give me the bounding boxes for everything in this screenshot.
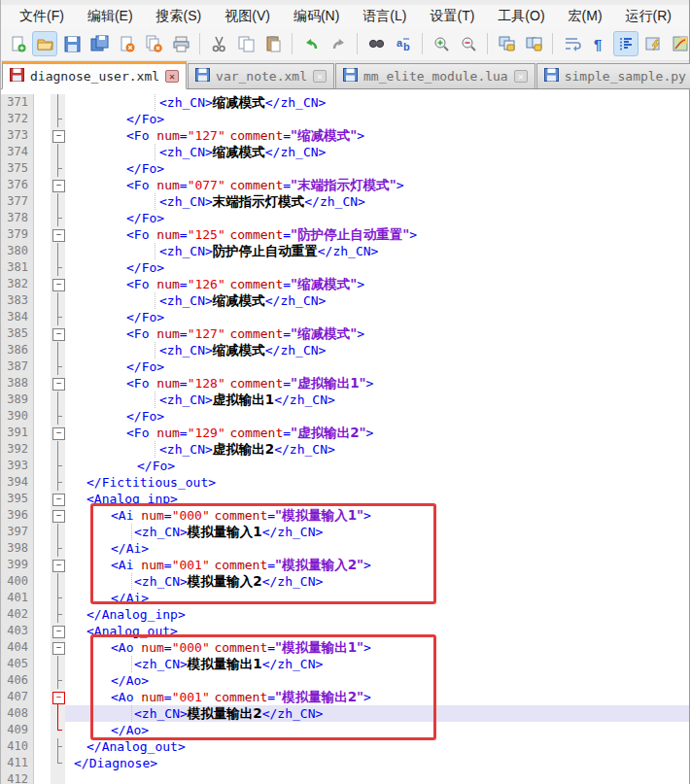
bookmark-margin[interactable] [34, 210, 51, 226]
code-line-394[interactable]: 394</Fictitious_out> [1, 474, 689, 491]
fold-collapse-icon[interactable] [51, 375, 65, 392]
bookmark-margin[interactable] [34, 474, 51, 491]
code-line-410[interactable]: 410</Analog_out> [1, 738, 689, 755]
new-file-icon[interactable] [5, 31, 30, 56]
bookmark-margin[interactable] [34, 656, 51, 672]
bookmark-margin[interactable] [34, 458, 51, 474]
code-line-376[interactable]: 376<Fo num="077" comment="末端指示灯模式"> [1, 177, 689, 193]
fold-collapse-icon[interactable] [51, 177, 65, 193]
bookmark-margin[interactable] [34, 193, 51, 210]
paste-icon[interactable] [260, 31, 286, 56]
code-line-399[interactable]: 399<Ai num="001" comment="模拟量输入2"> [1, 557, 689, 573]
fold-collapse-icon[interactable] [51, 623, 65, 639]
tab-close-icon[interactable]: ✕ [514, 70, 528, 83]
code-line-390[interactable]: 390</Fo> [1, 408, 689, 425]
code-line-371[interactable]: 371<zh_CN>缩减模式</zh_CN> [1, 94, 689, 111]
indent-guide-icon[interactable] [613, 31, 638, 56]
code-line-393[interactable]: 393</Fo> [1, 458, 689, 474]
word-wrap-icon[interactable] [559, 31, 584, 56]
bookmark-margin[interactable] [34, 771, 51, 784]
bookmark-margin[interactable] [34, 408, 51, 425]
fold-collapse-icon[interactable] [51, 325, 65, 342]
menu-item-工具[interactable]: 工具(O) [487, 6, 555, 27]
code-line-397[interactable]: 397<zh_CN>模拟量输入1</zh_CN> [1, 524, 689, 540]
bookmark-margin[interactable] [34, 738, 51, 755]
code-line-386[interactable]: 386<zh_CN>缩减模式</zh_CN> [1, 342, 689, 358]
bookmark-margin[interactable] [34, 259, 51, 276]
fold-collapse-icon[interactable] [51, 425, 65, 441]
bookmark-margin[interactable] [34, 507, 51, 524]
code-line-377[interactable]: 377<zh_CN>末端指示灯模式</zh_CN> [1, 193, 689, 210]
bookmark-margin[interactable] [34, 177, 51, 193]
code-line-407[interactable]: 407<Ao num="001" comment="模拟量输出2"> [1, 689, 689, 705]
bookmark-margin[interactable] [34, 243, 51, 259]
code-line-384[interactable]: 384</Fo> [1, 309, 689, 325]
bookmark-margin[interactable] [34, 705, 51, 722]
bookmark-margin[interactable] [34, 524, 51, 540]
print-icon[interactable] [168, 31, 193, 56]
save-all-icon[interactable] [86, 31, 112, 56]
menu-item-编码[interactable]: 编码(N) [283, 6, 350, 27]
menu-item-文件[interactable]: 文件(F) [9, 6, 75, 27]
fold-collapse-icon[interactable] [51, 127, 65, 144]
bookmark-margin[interactable] [34, 755, 51, 771]
menu-item-搜索[interactable]: 搜索(S) [146, 6, 213, 27]
tab-close-icon[interactable]: ✕ [165, 70, 179, 83]
code-line-408[interactable]: 408<zh_CN>模拟量输出2</zh_CN> [1, 705, 689, 722]
sync-vertical-icon[interactable] [494, 31, 519, 56]
tab-mm_elite_module.lua[interactable]: mm_elite_module.lua✕ [335, 63, 535, 88]
code-line-406[interactable]: 406</Ao> [1, 672, 689, 689]
code-line-385[interactable]: 385<Fo num="127" comment="缩减模式"> [1, 325, 689, 342]
bookmark-margin[interactable] [34, 325, 51, 342]
bookmark-margin[interactable] [34, 557, 51, 573]
code-line-382[interactable]: 382<Fo num="126" comment="缩减模式"> [1, 276, 689, 292]
fold-collapse-icon[interactable] [51, 276, 65, 292]
code-line-403[interactable]: 403<Analog_out> [1, 623, 689, 639]
bookmark-margin[interactable] [34, 160, 51, 177]
document-map-icon[interactable] [668, 31, 689, 56]
bookmark-margin[interactable] [34, 573, 51, 590]
fold-collapse-icon[interactable] [51, 639, 65, 656]
fold-collapse-icon[interactable] [51, 557, 65, 573]
code-line-392[interactable]: 392<zh_CN>虚拟输出2</zh_CN> [1, 441, 689, 458]
zoom-out-icon[interactable] [456, 31, 481, 56]
fold-collapse-icon[interactable] [51, 226, 65, 243]
menu-item-宏[interactable]: 宏(M) [558, 6, 613, 27]
tab-var_note.xml[interactable]: var_note.xml✕ [188, 63, 334, 88]
menu-item-设置[interactable]: 设置(T) [419, 6, 485, 27]
bookmark-margin[interactable] [34, 226, 51, 243]
code-line-405[interactable]: 405<zh_CN>模拟量输出1</zh_CN> [1, 656, 689, 672]
function-list-icon[interactable] [640, 31, 666, 56]
code-line-381[interactable]: 381</Fo> [1, 259, 689, 276]
bookmark-margin[interactable] [34, 540, 51, 557]
fold-collapse-icon[interactable] [51, 491, 65, 507]
code-line-383[interactable]: 383<zh_CN>缩减模式</zh_CN> [1, 292, 689, 309]
code-line-389[interactable]: 389<zh_CN>虚拟输出1</zh_CN> [1, 392, 689, 408]
code-line-387[interactable]: 387</Fo> [1, 358, 689, 375]
bookmark-margin[interactable] [34, 689, 51, 705]
bookmark-margin[interactable] [34, 639, 51, 656]
fold-collapse-icon[interactable] [51, 689, 65, 705]
menu-item-运行[interactable]: 运行(R) [615, 6, 682, 27]
bookmark-margin[interactable] [34, 342, 51, 358]
code-editor[interactable]: 371<zh_CN>缩减模式</zh_CN>372</Fo>373<Fo num… [1, 89, 689, 784]
bookmark-margin[interactable] [34, 606, 51, 623]
code-line-395[interactable]: 395<Analog_inp> [1, 491, 689, 507]
menu-item-插件[interactable]: 插件(P) [684, 6, 689, 27]
code-line-409[interactable]: 409</Ao> [1, 722, 689, 738]
save-icon[interactable] [59, 31, 85, 56]
fold-collapse-icon[interactable] [51, 507, 65, 524]
code-line-372[interactable]: 372</Fo> [1, 111, 689, 127]
undo-icon[interactable] [298, 31, 324, 56]
code-line-375[interactable]: 375</Fo> [1, 160, 689, 177]
code-line-374[interactable]: 374<zh_CN>缩减模式</zh_CN> [1, 144, 689, 160]
bookmark-margin[interactable] [34, 276, 51, 292]
code-line-388[interactable]: 388<Fo num="128" comment="虚拟输出1"> [1, 375, 689, 392]
bookmark-margin[interactable] [34, 127, 51, 144]
bookmark-margin[interactable] [34, 392, 51, 408]
tab-diagnose_user.xml[interactable]: diagnose_user.xml✕ [2, 61, 187, 89]
code-line-400[interactable]: 400<zh_CN>模拟量输入2</zh_CN> [1, 573, 689, 590]
bookmark-margin[interactable] [34, 672, 51, 689]
close-all-icon[interactable] [141, 31, 166, 56]
bookmark-margin[interactable] [34, 375, 51, 392]
